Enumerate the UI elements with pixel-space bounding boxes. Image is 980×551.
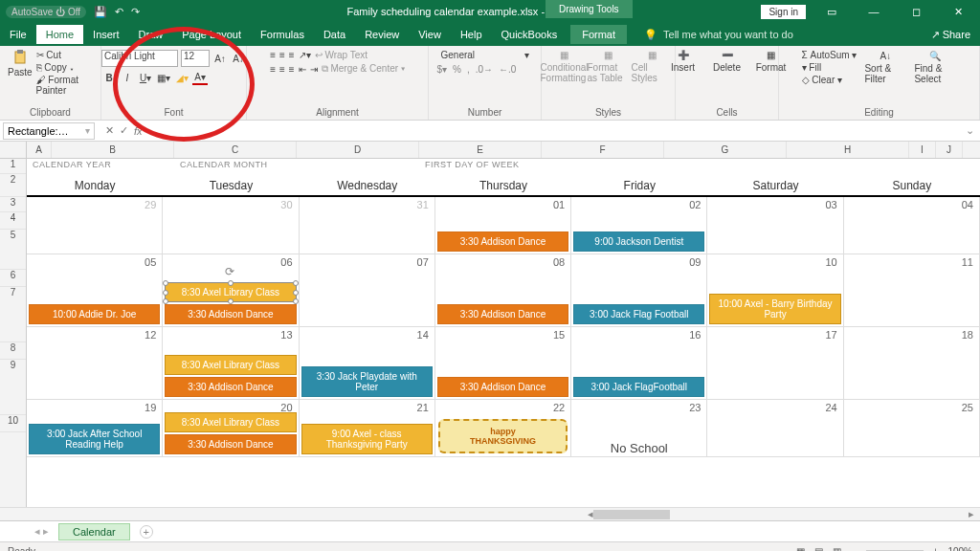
col-header[interactable]: G	[664, 142, 787, 158]
minimize-icon[interactable]: —	[858, 6, 890, 17]
percent-icon[interactable]: %	[453, 64, 461, 75]
calendar-day-cell[interactable]: 083:30 Addison Dance	[435, 254, 571, 326]
ribbon-options-icon[interactable]: ▭	[815, 6, 848, 18]
calendar-event[interactable]: 9:00 Axel - class Thanksgiving Party	[301, 424, 433, 454]
col-header[interactable]: F	[542, 142, 664, 158]
calendar-day-cell[interactable]: 11	[844, 254, 980, 326]
maximize-icon[interactable]: ◻	[900, 6, 932, 18]
col-header[interactable]: J	[936, 142, 963, 158]
calendar-day-cell[interactable]: 03	[707, 197, 843, 253]
calendar-event[interactable]: 3:30 Addison Dance	[437, 231, 568, 252]
tab-review[interactable]: Review	[355, 25, 409, 44]
name-box[interactable]: Rectangle:…▾	[3, 122, 95, 140]
zoom-out-icon[interactable]: –	[851, 546, 857, 551]
undo-icon[interactable]: ↶	[115, 6, 123, 18]
insert-cells-button[interactable]: ➕Insert	[662, 50, 704, 73]
calendar-day-cell[interactable]: 24	[707, 400, 843, 456]
currency-icon[interactable]: $▾	[437, 64, 448, 75]
clear-button[interactable]: ◇ Clear ▾	[802, 75, 858, 85]
row-headers[interactable]: 123 45 67 89 10	[0, 159, 27, 507]
enter-formula-icon[interactable]: ✓	[120, 124, 128, 137]
calendar-day-cell[interactable]: 138:30 Axel Library Class3:30 Addison Da…	[163, 327, 299, 399]
view-break-icon[interactable]: ▥	[833, 546, 841, 551]
align-left-icon[interactable]: ≡	[270, 64, 276, 75]
tab-view[interactable]: View	[409, 25, 451, 44]
tab-quickbooks[interactable]: QuickBooks	[492, 25, 568, 44]
dec-decimal-icon[interactable]: ←.0	[499, 64, 516, 75]
worksheet-area[interactable]: 123 45 67 89 10 CALENDAR YEAR CALENDAR M…	[0, 159, 980, 507]
calendar-day-cell[interactable]: 29	[27, 197, 163, 253]
calendar-day-cell[interactable]: 068:30 Axel Library Class⟳3:30 Addison D…	[163, 254, 299, 326]
col-header[interactable]: A	[27, 142, 52, 158]
calendar-event[interactable]: 3:30 Addison Dance	[165, 434, 296, 454]
calendar-event[interactable]: 10:00 Axel - Barry Birthday Party	[709, 294, 840, 324]
indent-inc-icon[interactable]: ⇥	[310, 64, 318, 75]
calendar-event[interactable]: 3:00 Jack After School Reading Help	[29, 424, 160, 454]
indent-dec-icon[interactable]: ⇤	[299, 64, 306, 75]
cut-button[interactable]: ✂ Cut	[36, 50, 93, 60]
calendar-day-cell[interactable]: 31	[300, 197, 435, 253]
zoom-in-icon[interactable]: +	[933, 546, 939, 551]
cancel-formula-icon[interactable]: ✕	[105, 124, 114, 137]
calendar-event[interactable]: 3:30 Addison Dance	[165, 304, 296, 324]
calendar-day-cell[interactable]: 219:00 Axel - class Thanksgiving Party	[300, 400, 435, 456]
align-center-icon[interactable]: ≡	[279, 64, 285, 75]
calendar-day-cell[interactable]: 07	[300, 254, 435, 326]
calendar-day-cell[interactable]: 0510:00 Addie Dr. Joe	[27, 254, 163, 326]
decrease-font-icon[interactable]: A↓	[231, 51, 246, 66]
calendar-day-cell[interactable]: 1010:00 Axel - Barry Birthday Party	[707, 254, 843, 326]
tab-help[interactable]: Help	[451, 25, 492, 44]
merge-center-button[interactable]: ⧉ Merge & Center ▾	[322, 63, 405, 75]
calendar-day-cell[interactable]: 013:30 Addison Dance	[435, 197, 571, 253]
zoom-level[interactable]: 100%	[947, 546, 972, 551]
calendar-day-cell[interactable]: 029:00 Jackson Dentist	[571, 197, 707, 253]
calendar-day-cell[interactable]: 093:00 Jack Flag Football	[571, 254, 707, 326]
tell-me-search[interactable]: 💡 Tell me what you want to do	[644, 29, 793, 41]
select-all-corner[interactable]	[0, 142, 27, 158]
col-header[interactable]: D	[297, 142, 419, 158]
col-header[interactable]: C	[174, 142, 297, 158]
calendar-day-cell[interactable]: 153:30 Addison Dance	[435, 327, 571, 399]
formula-input[interactable]	[150, 125, 960, 137]
calendar-event[interactable]: 10:00 Addie Dr. Joe	[29, 304, 160, 324]
calendar-day-cell[interactable]: 143:30 Jack Playdate with Peter	[300, 327, 435, 399]
inc-decimal-icon[interactable]: .0→	[476, 64, 493, 75]
align-bottom-icon[interactable]: ≡	[289, 50, 295, 60]
calendar-day-cell[interactable]: 17	[707, 327, 843, 399]
view-normal-icon[interactable]: ▦	[796, 546, 805, 551]
paste-button[interactable]: Paste	[8, 50, 33, 96]
calendar-day-cell[interactable]: 22happy THANKSGIVING	[435, 400, 571, 456]
calendar-day-cell[interactable]: 208:30 Axel Library Class3:30 Addison Da…	[163, 400, 299, 456]
font-color-button[interactable]: A▾	[192, 70, 208, 85]
copy-button[interactable]: ⎘ Copy ▾	[36, 62, 93, 73]
calendar-event[interactable]: 3:30 Addison Dance	[165, 377, 296, 397]
fx-icon[interactable]: fx	[134, 125, 143, 137]
col-header[interactable]: I	[909, 142, 936, 158]
sign-in-button[interactable]: Sign in	[761, 5, 806, 19]
view-page-icon[interactable]: ▤	[814, 546, 823, 551]
italic-button[interactable]: I	[120, 70, 135, 85]
calendar-event[interactable]: 3:30 Jack Playdate with Peter	[301, 366, 433, 397]
redo-icon[interactable]: ↷	[131, 6, 140, 18]
share-button[interactable]: ↗ Share	[922, 25, 980, 45]
calendar-event[interactable]: 3:30 Addison Dance	[437, 377, 568, 397]
delete-cells-button[interactable]: ➖Delete	[706, 50, 748, 73]
tab-format[interactable]: Format	[570, 25, 627, 44]
col-header[interactable]: H	[787, 142, 909, 158]
col-header[interactable]: B	[52, 142, 174, 158]
scroll-thumb[interactable]	[593, 510, 670, 519]
close-icon[interactable]: ✕	[942, 6, 974, 18]
tab-data[interactable]: Data	[314, 25, 355, 44]
border-button[interactable]: ▦▾	[156, 70, 171, 85]
save-icon[interactable]: 💾	[94, 6, 107, 18]
comma-icon[interactable]: ,	[467, 64, 470, 75]
calendar-day-cell[interactable]: 04	[844, 197, 980, 253]
align-right-icon[interactable]: ≡	[289, 64, 295, 75]
calendar-event[interactable]: 3:00 Jack FlagFootball	[573, 377, 704, 397]
align-middle-icon[interactable]: ≡	[279, 50, 285, 60]
calendar-day-cell[interactable]: 12	[27, 327, 163, 399]
col-header[interactable]: E	[419, 142, 542, 158]
column-headers[interactable]: A B C D E F G H I J	[0, 142, 980, 159]
increase-font-icon[interactable]: A↑	[212, 51, 228, 66]
font-size-select[interactable]: 12	[181, 50, 210, 67]
